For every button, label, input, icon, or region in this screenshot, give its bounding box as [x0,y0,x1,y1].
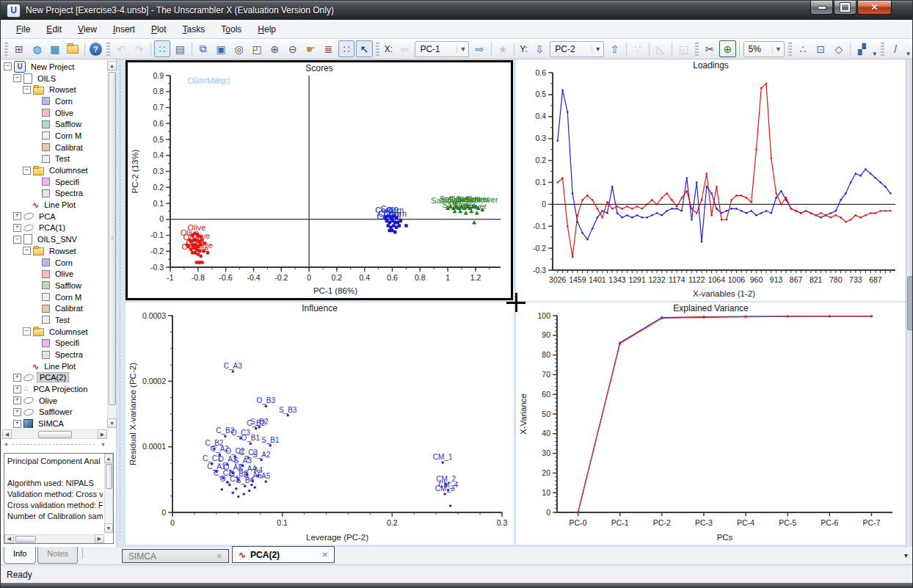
tree-hscrollbar[interactable]: ◀ ▶ [2,429,107,439]
tree-item-specifi[interactable]: Specifi [1,338,107,349]
expand-icon[interactable]: + [13,385,21,393]
toolbar-grip[interactable] [4,43,8,56]
tree-item-oils[interactable]: −OILS [1,73,107,84]
outlier-limit-combo[interactable]: 5%▼ [743,41,785,57]
info-hscrollbar[interactable]: ◀ ▶ [4,534,104,543]
x-axis-combo[interactable]: PC-1▼ [415,41,469,57]
transform-icon[interactable]: ◍ [29,40,45,57]
toolbar-grip[interactable] [695,43,699,56]
tree-item-spectra[interactable]: Spectra [1,349,107,360]
tab-info[interactable]: Info [4,547,36,564]
lasso-select-icon[interactable]: ◇ [831,40,847,57]
y-axis-combo[interactable]: PC-2▼ [550,41,604,57]
titlebar[interactable]: U New Project [Exercise3-4.unsb] - The U… [1,1,912,20]
tree-item-simca[interactable]: +SIMCA [1,418,107,428]
toolbar-grip[interactable] [106,43,110,56]
restore-button[interactable] [834,1,856,15]
recalculate-icon[interactable]: ⊕ [719,40,735,57]
scroll-down-icon[interactable]: ▼ [107,418,117,428]
tree-item-corn-m[interactable]: Corn M [1,130,107,142]
tree-item-safflow[interactable]: Safflow [1,280,107,291]
info-hscroll-thumb[interactable] [15,536,36,542]
tree-item-test[interactable]: Test [1,153,107,165]
y-up-icon[interactable]: ⇧ [606,40,622,57]
menu-help[interactable]: Help [250,21,284,37]
table-view-icon[interactable]: ▤ [172,40,188,57]
tree-item-test[interactable]: Test [1,314,107,326]
tree-item-olive[interactable]: Olive [1,268,107,280]
expand-icon[interactable]: + [13,408,21,416]
toolbar-grip[interactable] [788,43,792,56]
menu-edit[interactable]: Edit [38,21,70,37]
expand-icon[interactable]: + [13,374,21,382]
y-down-icon[interactable]: ⇩ [531,40,548,57]
tree-item-rowset[interactable]: −Rowset [1,245,107,257]
tree-item-calibrat[interactable]: Calibrat [1,302,107,314]
pointer-icon[interactable]: ↖ [356,40,372,57]
tree-item-olive[interactable]: +Olive [1,395,107,407]
copy-icon[interactable]: ⧉ [195,40,211,57]
collapse-down-icon2[interactable]: ▼ [101,442,106,447]
plot-view-icon[interactable]: ∷ [154,40,170,57]
info-vscroll-thumb[interactable] [106,464,112,489]
overflow2-icon[interactable]: ▾ [906,50,910,59]
zoom-resize-icon[interactable]: ◰ [249,40,265,57]
tree-item-columnset[interactable]: −Columnset [1,326,107,338]
collapse-icon[interactable]: − [23,86,31,94]
overflow-icon[interactable]: ▾ [873,50,876,59]
open-project-icon[interactable] [65,40,81,57]
preview-icon[interactable]: ▣ [213,40,229,57]
exclude-icon[interactable]: ✂ [702,40,718,57]
tree-item-pca-2-[interactable]: +PCA(2) [1,372,107,384]
tree-item-spectra[interactable]: Spectra [1,188,107,200]
tab-notes[interactable]: Notes [37,547,78,564]
info-scroll-up-icon[interactable]: ▲ [104,454,113,463]
scroll-right-icon[interactable]: ▶ [98,429,107,439]
tree-item-safflower[interactable]: +Safflower [1,407,107,418]
chevron-down-icon[interactable]: ▼ [592,46,603,53]
collapse-icon[interactable]: − [23,247,31,255]
close-tab-icon[interactable]: ✕ [206,552,222,560]
viewer-vscroll-thumb[interactable] [907,276,913,330]
info-vscrollbar[interactable]: ▲ ▼ [104,454,113,533]
new-matrix-icon[interactable]: ⊞ [11,40,27,57]
chevron-down-icon[interactable]: ▼ [457,46,468,53]
loadings-plot[interactable]: Loadings-0.3-0.2-0.100.10.20.30.40.50.63… [516,59,906,301]
zoom-in-icon[interactable]: ⊕ [266,40,283,57]
menu-tasks[interactable]: Tasks [175,21,214,37]
info-scroll-right-icon[interactable]: ▶ [95,534,104,543]
zoom-window-icon[interactable]: ◎ [230,40,247,57]
menu-plot[interactable]: Plot [143,21,175,37]
chevron-down-icon[interactable]: ▼ [772,46,784,53]
select-samples-icon[interactable]: ⊡ [812,40,829,57]
collapse-icon[interactable]: − [13,236,21,244]
tree-item-corn-m[interactable]: Corn M [1,291,107,303]
expand-icon[interactable]: + [13,420,21,428]
close-button[interactable]: ✕ [857,1,892,15]
tree-item-pca[interactable]: +PCA [1,211,107,222]
influence-plot[interactable]: Influence00.00010.00020.000300.10.20.3Le… [126,302,514,545]
tree-vscroll-thumb[interactable] [109,72,116,405]
menu-file[interactable]: File [8,21,38,37]
expand-icon[interactable]: + [13,212,21,220]
minimize-button[interactable] [810,1,833,15]
tree-item-new-project[interactable]: −UNew Project [1,61,107,73]
panel-splitter[interactable]: ▼ ▼ [2,441,107,449]
mark-samples-icon[interactable]: ∷ [338,40,354,57]
tree-item-pca-projection[interactable]: +∴PCA Projection [1,383,107,395]
tree-item-oils-snv[interactable]: −OILS_SNV [1,233,107,245]
tree-item-columnset[interactable]: −Columnset [1,164,107,176]
scores-plot[interactable]: Scores-0.3-0.2-0.100.10.20.30.40.50.60.7… [126,60,513,300]
info-scroll-down-icon[interactable]: ▼ [104,523,113,533]
resize-crosshair-cursor[interactable] [506,293,525,312]
info-scroll-left-icon[interactable]: ◀ [4,534,14,543]
viewer-vscrollbar[interactable] [906,59,913,547]
tree-vscrollbar[interactable]: ▲ ▼ [107,61,117,428]
menu-view[interactable]: View [70,21,105,37]
document-tab-pca-2-[interactable]: ∿PCA(2)✕ [232,546,335,563]
tree-item-olive[interactable]: Olive [1,107,107,119]
toolbar-grip[interactable] [881,43,884,56]
tab-overflow-icon[interactable]: ▾ [904,551,908,559]
tree-hscroll-thumb[interactable] [38,431,72,438]
collapse-icon[interactable]: − [23,167,31,175]
